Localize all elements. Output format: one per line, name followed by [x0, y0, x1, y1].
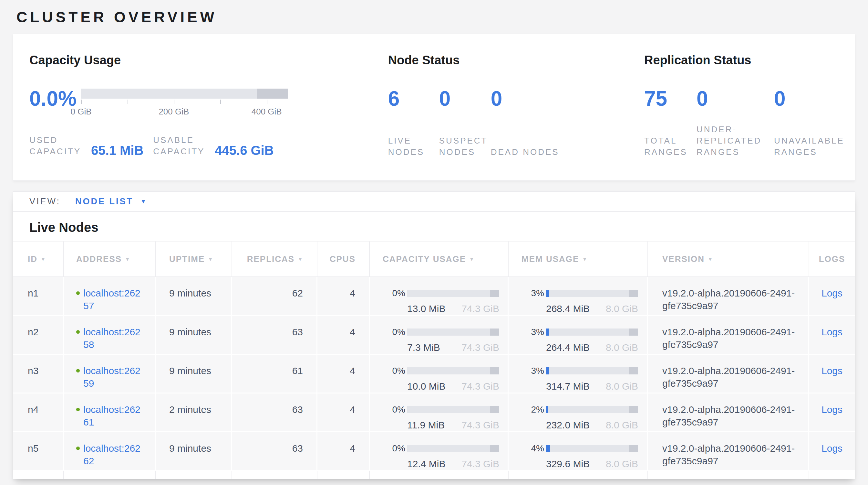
uptime-cell: 9 minutes: [156, 316, 232, 354]
mem-usage-cell: 3%264.4 MiB8.0 GiB: [508, 316, 648, 354]
replicas-cell: 63: [232, 432, 317, 470]
address-cell: localhost:26261: [64, 394, 156, 431]
address-link[interactable]: localhost:26257: [83, 287, 145, 312]
column-header-cpus: CPUS: [317, 241, 370, 277]
usage-bar: [407, 290, 499, 297]
column-header-label: LOGS: [819, 254, 845, 264]
usage-used-value: 7.3 MiB: [407, 341, 440, 354]
capacity-stats-row: USED CAPACITY 65.1 MiB USABLE CAPACITY 4…: [29, 135, 388, 157]
node-status-heading: Node Status: [388, 52, 644, 68]
stat-value: 0: [439, 89, 491, 109]
usage-bar: [407, 329, 499, 336]
sort-arrow-icon: ▼: [298, 256, 303, 262]
sort-arrow-icon: ▼: [208, 256, 213, 262]
node-status-stats: 6LIVE NODES0SUSPECT NODES0DEAD NODES: [388, 89, 644, 158]
node-live-dot-icon: [76, 369, 80, 372]
summary-stat: 0DEAD NODES: [491, 89, 644, 158]
sort-arrow-icon: ▼: [41, 256, 46, 262]
column-header-label: CPUS: [330, 254, 355, 264]
column-header-label: UPTIME: [169, 254, 205, 264]
axis-tick-icon: [220, 99, 221, 104]
mem-usage-cell: 2%232.0 MiB8.0 GiB: [508, 394, 648, 431]
live-nodes-card: VIEW: NODE LIST ▼ Live Nodes ID▼ADDRESS▼…: [13, 192, 855, 479]
address-link[interactable]: localhost:26262: [83, 442, 145, 467]
stat-value: 6: [388, 89, 439, 109]
usage-percent: 0%: [383, 325, 405, 338]
usage-used-value: 232.0 MiB: [546, 419, 590, 431]
summary-stat: 6LIVE NODES: [388, 89, 439, 158]
capacity-bar-reserved: [257, 89, 288, 98]
logs-link[interactable]: Logs: [822, 326, 842, 337]
stat-label: LIVE NODES: [388, 135, 439, 158]
uptime-cell: 9 minutes: [156, 432, 232, 470]
address-link[interactable]: localhost:26261: [83, 403, 145, 428]
view-dropdown-value: NODE LIST: [75, 197, 133, 207]
usage-used-value: 12.4 MiB: [407, 458, 445, 470]
usage-bar-fill: [546, 329, 549, 336]
node-id-cell: n1: [13, 277, 64, 315]
uptime-cell: 2 minutes: [156, 394, 232, 431]
usage-total-value: 74.3 GiB: [461, 302, 499, 315]
column-header-label: ADDRESS: [76, 254, 122, 264]
usage-bar: [407, 445, 499, 452]
usage-used-value: 13.0 MiB: [407, 302, 445, 315]
uptime-cell: 9 minutes: [156, 277, 232, 315]
column-header-capacity-usage[interactable]: CAPACITY USAGE▼: [370, 241, 508, 277]
address-cell: localhost:26257: [64, 277, 156, 315]
node-live-dot-icon: [76, 291, 80, 295]
replication-status-heading: Replication Status: [644, 52, 855, 68]
replication-status-section: Replication Status 75TOTAL RANGES0UNDER-…: [644, 52, 855, 180]
logs-link[interactable]: Logs: [822, 288, 842, 298]
capacity-usage-cell: 0%7.3 MiB74.3 GiB: [370, 316, 508, 354]
logs-link[interactable]: Logs: [822, 404, 842, 415]
usage-bar-reserved: [629, 406, 639, 413]
usage-bar-fill: [546, 367, 549, 374]
usage-bar: [407, 406, 499, 413]
logs-link[interactable]: Logs: [822, 365, 842, 376]
replicas-cell: 63: [232, 316, 317, 354]
column-header-address[interactable]: ADDRESS▼: [64, 241, 156, 277]
partial-cell: [13, 471, 64, 479]
live-nodes-title: Live Nodes: [29, 220, 855, 235]
cpus-cell: 4: [317, 277, 370, 315]
usage-used-value: 329.6 MiB: [546, 458, 590, 470]
capacity-bar-chart: 0 GiB200 GiB400 GiB: [81, 89, 288, 116]
column-header-mem-usage[interactable]: MEM USAGE▼: [508, 241, 648, 277]
usage-total-value: 74.3 GiB: [461, 419, 499, 431]
logs-link[interactable]: Logs: [822, 443, 842, 454]
partial-cell: [64, 471, 156, 479]
address-link[interactable]: localhost:26259: [83, 364, 145, 390]
usage-percent: 2%: [522, 403, 544, 416]
cluster-summary-card: Capacity Usage 0.0% 0 GiB200 GiB400 GiB …: [13, 34, 855, 181]
column-header-logs: LOGS: [809, 241, 855, 277]
usage-total-value: 74.3 GiB: [461, 380, 499, 393]
usage-percent: 3%: [522, 325, 544, 338]
column-header-version[interactable]: VERSION▼: [648, 241, 809, 277]
version-cell: v19.2.0-alpha.20190606-2491-gfe735c9a97: [648, 316, 809, 354]
column-header-uptime[interactable]: UPTIME▼: [156, 241, 232, 277]
page-title: CLUSTER OVERVIEW: [17, 8, 868, 26]
axis-tick-icon: [128, 99, 128, 104]
usage-bar-reserved: [629, 329, 639, 336]
summary-stat: 0UNAVAILABLE RANGES: [774, 89, 855, 158]
node-id-cell: n3: [13, 355, 64, 393]
partial-cell: [809, 471, 855, 479]
column-header-id[interactable]: ID▼: [13, 241, 64, 277]
version-cell: v19.2.0-alpha.20190606-2491-gfe735c9a97: [648, 355, 809, 393]
view-label: VIEW:: [29, 197, 60, 207]
replicas-cell: 63: [232, 394, 317, 431]
view-dropdown[interactable]: NODE LIST ▼: [75, 197, 146, 207]
usage-bar-reserved: [629, 445, 639, 452]
usage-percent: 4%: [522, 442, 544, 455]
partial-cell: [232, 471, 317, 479]
address-link[interactable]: localhost:26258: [83, 325, 145, 351]
node-id-cell: n4: [13, 394, 64, 431]
usage-total-value: 8.0 GiB: [606, 419, 638, 431]
usage-used-value: 314.7 MiB: [546, 380, 590, 393]
usage-bar: [546, 367, 638, 374]
mem-usage-cell: 3%268.4 MiB8.0 GiB: [508, 277, 648, 315]
capacity-usage-cell: 0%10.0 MiB74.3 GiB: [370, 355, 508, 393]
column-header-replicas[interactable]: REPLICAS▼: [232, 241, 317, 277]
column-header-label: VERSION: [662, 254, 705, 264]
usage-bar: [546, 406, 638, 413]
